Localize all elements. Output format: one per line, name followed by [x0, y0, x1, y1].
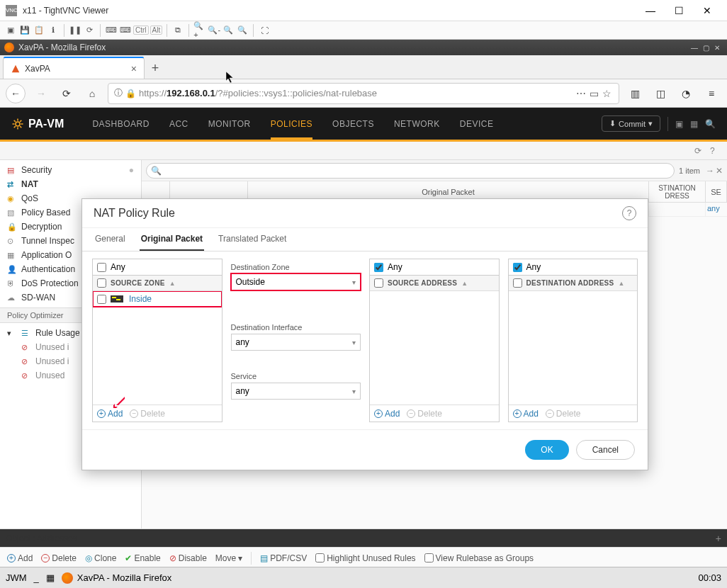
- select-all-checkbox[interactable]: [374, 278, 383, 288]
- tab-close-icon[interactable]: ×: [131, 63, 137, 74]
- delete-button[interactable]: −Delete: [407, 409, 442, 419]
- lock-warn-icon[interactable]: 🔒: [125, 89, 136, 98]
- nav-network[interactable]: NETWORK: [394, 111, 440, 137]
- move-button[interactable]: Move▾: [215, 553, 242, 563]
- options-icon[interactable]: 📋: [33, 24, 45, 37]
- source-zone-row-inside[interactable]: Inside: [93, 291, 222, 307]
- dest-interface-select[interactable]: any▾: [231, 334, 361, 351]
- search-icon[interactable]: 🔍: [705, 119, 716, 129]
- menu-button[interactable]: ≡: [701, 84, 721, 103]
- clone-button[interactable]: ◎Clone: [85, 553, 116, 563]
- account-icon[interactable]: ◔: [676, 84, 696, 103]
- add-object-button[interactable]: +: [716, 533, 721, 544]
- service-select[interactable]: any▾: [231, 383, 361, 400]
- refresh-icon[interactable]: ⟳: [83, 24, 96, 37]
- reader-icon[interactable]: ▭: [587, 88, 600, 99]
- dest-zone-select[interactable]: Outside▾: [231, 273, 361, 290]
- ctrl-key-toggle[interactable]: Ctrl: [133, 26, 149, 35]
- home-button[interactable]: ⌂: [82, 84, 102, 103]
- zone-link[interactable]: Inside: [129, 294, 152, 304]
- nav-device[interactable]: DEVICE: [460, 111, 494, 137]
- ok-button[interactable]: OK: [525, 440, 568, 460]
- maximize-button[interactable]: ☐: [665, 0, 693, 21]
- ff-close-button[interactable]: ✕: [711, 43, 723, 52]
- sidebar-icon[interactable]: ◫: [650, 84, 670, 103]
- nav-acc[interactable]: ACC: [169, 111, 188, 137]
- ff-maximize-button[interactable]: ▢: [700, 43, 711, 52]
- reload-button[interactable]: ⟳: [57, 84, 77, 103]
- sidebar-item-nat[interactable]: ⇄NAT: [0, 177, 141, 191]
- nav-objects[interactable]: OBJECTS: [332, 111, 374, 137]
- commit-button[interactable]: ⬇ Commit ▾: [602, 115, 660, 132]
- hdr-icon-2[interactable]: ▦: [690, 119, 698, 129]
- nav-dashboard[interactable]: DASHBOARD: [92, 111, 150, 137]
- cancel-button[interactable]: Cancel: [576, 440, 635, 460]
- add-button[interactable]: +Add: [97, 409, 123, 419]
- browser-tab[interactable]: XavPA ×: [3, 57, 145, 79]
- disable-button[interactable]: ⊘Disable: [169, 553, 207, 563]
- refresh-icon[interactable]: ⟳: [694, 146, 704, 156]
- copy-icon[interactable]: ⧉: [171, 24, 184, 37]
- add-button[interactable]: +Add: [7, 553, 33, 563]
- source-zone-header[interactable]: SOURCE ZONE▲: [93, 276, 222, 291]
- row-checkbox[interactable]: [97, 295, 106, 304]
- pause-icon[interactable]: ❚❚: [69, 24, 81, 37]
- select-all-checkbox[interactable]: [513, 278, 522, 288]
- add-button[interactable]: +Add: [513, 409, 539, 419]
- sort-asc-icon[interactable]: ▲: [169, 280, 176, 287]
- new-tab-button[interactable]: +: [145, 57, 166, 79]
- taskbar-desktop-icon[interactable]: ▦: [46, 572, 55, 583]
- highlight-toggle[interactable]: Highlight Unused Rules: [315, 553, 415, 563]
- library-icon[interactable]: ▥: [625, 84, 645, 103]
- url-bar[interactable]: ⓘ 🔒 https://192.168.0.1/?#policies::vsys…: [108, 83, 619, 104]
- sort-asc-icon[interactable]: ▲: [461, 280, 468, 287]
- src-zone-any-checkbox[interactable]: Any: [92, 259, 222, 275]
- help-icon[interactable]: ?: [710, 146, 720, 156]
- ff-minimize-button[interactable]: —: [689, 43, 700, 52]
- wm-name[interactable]: JWM: [6, 572, 27, 583]
- hdr-icon-1[interactable]: ▣: [675, 119, 683, 129]
- forward-button[interactable]: →: [31, 84, 51, 103]
- tab-translated-packet[interactable]: Translated Packet: [217, 228, 288, 251]
- page-actions-icon[interactable]: ⋯: [575, 88, 587, 99]
- dest-address-header[interactable]: DESTINATION ADDRESS▲: [509, 276, 638, 291]
- back-button[interactable]: ←: [6, 84, 26, 103]
- delete-button[interactable]: −Delete: [546, 409, 581, 419]
- delete-button[interactable]: −Delete: [130, 409, 165, 419]
- delete-button[interactable]: −Delete: [41, 553, 77, 563]
- nav-monitor[interactable]: MONITOR: [208, 111, 251, 137]
- alt-key-toggle[interactable]: Alt: [150, 26, 163, 35]
- new-conn-icon[interactable]: ▣: [4, 24, 17, 37]
- zoom-auto-icon[interactable]: 🔍: [236, 24, 249, 37]
- nav-policies[interactable]: POLICIES: [271, 111, 312, 140]
- col-se[interactable]: SE: [706, 181, 727, 202]
- info-icon[interactable]: ℹ: [47, 24, 60, 37]
- minimize-button[interactable]: —: [636, 0, 665, 21]
- zoom-in-icon[interactable]: 🔍+: [193, 24, 206, 37]
- tab-original-packet[interactable]: Original Packet: [140, 228, 204, 251]
- select-all-checkbox[interactable]: [97, 278, 106, 288]
- search-input[interactable]: 🔍: [146, 163, 675, 179]
- help-icon[interactable]: ?: [622, 206, 636, 220]
- col-dest-addr[interactable]: STINATION DRESS: [649, 181, 706, 202]
- fullscreen-icon[interactable]: ⛶: [258, 24, 271, 37]
- bookmark-star-icon[interactable]: ☆: [600, 88, 613, 99]
- zoom-100-icon[interactable]: 🔍: [222, 24, 235, 37]
- wm-menu[interactable]: _: [34, 572, 39, 583]
- taskbar-firefox[interactable]: XavPA - Mozilla Firefox: [62, 572, 171, 584]
- key-icon[interactable]: ⌨: [119, 24, 132, 37]
- close-button[interactable]: ✕: [693, 0, 721, 21]
- enable-button[interactable]: ✔Enable: [125, 553, 160, 563]
- cad-icon[interactable]: ⌨: [105, 24, 118, 37]
- next-icon[interactable]: →: [706, 166, 714, 176]
- zoom-out-icon[interactable]: 🔍-: [208, 24, 220, 37]
- sidebar-item-security[interactable]: ▤Security●: [0, 163, 141, 177]
- tab-general[interactable]: General: [94, 228, 127, 251]
- source-address-header[interactable]: SOURCE ADDRESS▲: [370, 276, 499, 291]
- save-icon[interactable]: 💾: [18, 24, 31, 37]
- sort-asc-icon[interactable]: ▲: [619, 280, 625, 287]
- src-addr-any-checkbox[interactable]: Any: [369, 259, 500, 275]
- pdf-csv-button[interactable]: ▤PDF/CSV: [260, 553, 307, 563]
- close-icon[interactable]: ✕: [716, 166, 723, 176]
- add-button[interactable]: +Add: [374, 409, 400, 419]
